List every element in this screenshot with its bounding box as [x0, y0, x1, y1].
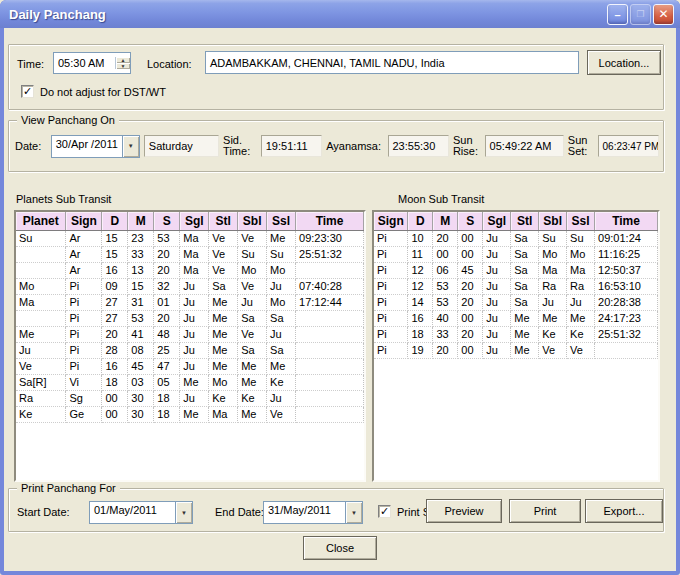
- table-cell: 00: [102, 406, 128, 422]
- preview-button[interactable]: Preview: [426, 499, 502, 523]
- table-row[interactable]: VePi164547JuMeMeMe: [16, 358, 364, 374]
- maximize-icon[interactable]: ❐: [630, 4, 651, 25]
- view-panchang-group: View Panchang On Date: 30/Apr /2011 ▼ Sa…: [8, 120, 664, 172]
- table-row[interactable]: JuPi280825JuMeSaSa: [16, 342, 364, 358]
- close-icon[interactable]: ✕: [653, 4, 674, 25]
- title-bar[interactable]: Daily Panchang – ❐ ✕: [0, 0, 680, 28]
- table-row[interactable]: RaSg003018JuKeKeJu: [16, 390, 364, 406]
- column-header[interactable]: Sign: [374, 212, 408, 230]
- table-row[interactable]: Ar153320MaVeSuSu25:51:32: [16, 246, 364, 262]
- table-row[interactable]: MaPi273101JuMeJuMo17:12:44: [16, 294, 364, 310]
- table-cell: Me: [238, 374, 267, 390]
- table-cell: 41: [128, 326, 154, 342]
- table-row[interactable]: Sa[R]Vi180305MeMoMeKe: [16, 374, 364, 390]
- chevron-down-icon[interactable]: ▼: [345, 502, 362, 523]
- column-header[interactable]: M: [128, 212, 154, 230]
- end-date-combobox[interactable]: 31/May/2011 ▼: [263, 501, 363, 524]
- column-header[interactable]: M: [433, 212, 458, 230]
- table-cell: 14: [408, 294, 433, 310]
- column-header[interactable]: Stl: [511, 212, 539, 230]
- table-cell: 25:51:32: [296, 246, 364, 262]
- table-cell: Ve: [567, 342, 595, 358]
- table-cell: Sa[R]: [16, 374, 66, 390]
- chevron-down-icon[interactable]: ▼: [122, 136, 139, 157]
- location-value[interactable]: ADAMBAKKAM, CHENNAI, TAMIL NADU, India: [206, 57, 578, 69]
- table-cell: [296, 326, 364, 342]
- table-header-row: PlanetSignDMSSglStlSblSslTime: [16, 212, 364, 230]
- table-cell: Ju: [483, 230, 511, 246]
- table-row[interactable]: Pi192000JuMeVeVe: [374, 342, 658, 358]
- table-row[interactable]: KeGe003018MeMaMeVe: [16, 406, 364, 422]
- column-header[interactable]: D: [102, 212, 128, 230]
- column-header[interactable]: Planet: [16, 212, 66, 230]
- column-header[interactable]: Stl: [209, 212, 238, 230]
- column-header[interactable]: D: [408, 212, 433, 230]
- sunset-field: 06:23:47 PM: [598, 135, 659, 157]
- table-row[interactable]: Pi145320JuSaJuJu20:28:38: [374, 294, 658, 310]
- date-value[interactable]: 30/Apr /2011: [52, 136, 122, 157]
- print-ssl-checkbox[interactable]: ✓: [378, 505, 391, 518]
- table-cell: Ke: [567, 326, 595, 342]
- table-row[interactable]: Pi183320JuMeKeKe25:51:32: [374, 326, 658, 342]
- chevron-down-icon[interactable]: ▼: [175, 502, 192, 523]
- table-row[interactable]: Pi164000JuMeMeMe24:17:23: [374, 310, 658, 326]
- column-header[interactable]: Sign: [66, 212, 102, 230]
- table-cell: Ra: [539, 278, 567, 294]
- table-cell: Pi: [374, 246, 408, 262]
- table-cell: Ju: [267, 390, 296, 406]
- table-cell: Pi: [374, 294, 408, 310]
- planets-listview[interactable]: PlanetSignDMSSglStlSblSslTimeSuAr152353M…: [14, 210, 366, 482]
- table-row[interactable]: Pi102000JuSaSuSu09:01:24: [374, 230, 658, 246]
- table-cell: 18: [102, 374, 128, 390]
- column-header[interactable]: Sgl: [180, 212, 209, 230]
- column-header[interactable]: Time: [595, 212, 658, 230]
- table-row[interactable]: Pi120645JuSaMaMa12:50:37: [374, 262, 658, 278]
- table-cell: Me: [511, 342, 539, 358]
- table-cell: 00: [102, 390, 128, 406]
- moon-listview[interactable]: SignDMSSglStlSblSslTimePi102000JuSaSuSu0…: [372, 210, 660, 482]
- table-cell: [595, 342, 658, 358]
- location-field[interactable]: ADAMBAKKAM, CHENNAI, TAMIL NADU, India: [205, 51, 579, 74]
- dst-checkbox[interactable]: ✓: [21, 85, 34, 98]
- table-cell: 18: [408, 326, 433, 342]
- print-button[interactable]: Print: [509, 499, 581, 523]
- minimize-icon[interactable]: –: [607, 4, 628, 25]
- table-cell: Me: [209, 342, 238, 358]
- weekday-field: Saturday: [144, 135, 219, 157]
- column-header[interactable]: Sgl: [483, 212, 511, 230]
- table-row[interactable]: Pi125320JuSaRaRa16:53:10: [374, 278, 658, 294]
- location-button[interactable]: Location...: [587, 50, 661, 75]
- column-header[interactable]: Time: [296, 212, 364, 230]
- dst-checkbox-label[interactable]: Do not adjust for DST/WT: [40, 86, 166, 98]
- end-date-value[interactable]: 31/May/2011: [264, 502, 345, 523]
- table-cell: Me: [238, 406, 267, 422]
- table-cell: 20:28:38: [595, 294, 658, 310]
- column-header[interactable]: S: [458, 212, 483, 230]
- table-row[interactable]: Pi275320JuMeSaSa: [16, 310, 364, 326]
- time-value[interactable]: 05:30 AM: [54, 57, 115, 69]
- start-date-value[interactable]: 01/May/2011: [90, 502, 175, 523]
- close-button[interactable]: Close: [303, 536, 377, 560]
- spinner-down-icon[interactable]: ▼: [116, 63, 130, 69]
- column-header[interactable]: Ssl: [267, 212, 296, 230]
- table-row[interactable]: Pi110000JuSaMoMo11:16:25: [374, 246, 658, 262]
- column-header[interactable]: Ssl: [567, 212, 595, 230]
- table-cell: [296, 358, 364, 374]
- date-combobox[interactable]: 30/Apr /2011 ▼: [51, 135, 140, 158]
- table-cell: Pi: [66, 358, 102, 374]
- table-row[interactable]: Ar161320MaVeMoMo: [16, 262, 364, 278]
- table-row[interactable]: SuAr152353MaVeVeMe09:23:30: [16, 230, 364, 246]
- column-header[interactable]: Sbl: [238, 212, 267, 230]
- table-cell: Mo: [209, 374, 238, 390]
- table-cell: 00: [433, 246, 458, 262]
- column-header[interactable]: S: [154, 212, 180, 230]
- table-cell: Ma: [567, 262, 595, 278]
- column-header[interactable]: Sbl: [539, 212, 567, 230]
- table-row[interactable]: MePi204148JuMeVeJu: [16, 326, 364, 342]
- sid-time-label: Sid. Time:: [223, 135, 257, 157]
- table-row[interactable]: MoPi091532JuSaVeJu07:40:28: [16, 278, 364, 294]
- start-date-combobox[interactable]: 01/May/2011 ▼: [89, 501, 193, 524]
- table-cell: 00: [458, 342, 483, 358]
- export-button[interactable]: Export...: [585, 499, 663, 523]
- time-spinner[interactable]: 05:30 AM ▲ ▼: [53, 52, 131, 74]
